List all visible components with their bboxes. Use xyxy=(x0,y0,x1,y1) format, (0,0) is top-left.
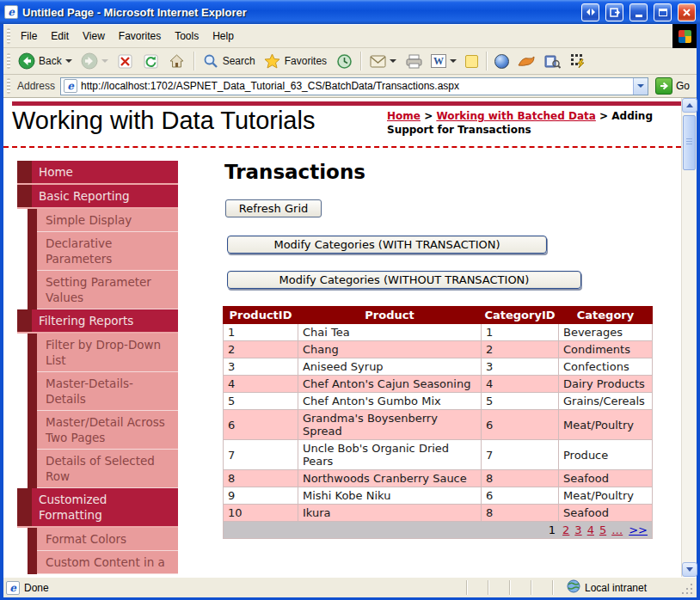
table-row: 8Northwoods Cranberry Sauce8Seafood xyxy=(224,470,653,487)
maximize-button[interactable] xyxy=(654,3,672,21)
chevron-down-icon xyxy=(637,84,644,88)
back-label: Back xyxy=(39,55,62,67)
menu-tools[interactable]: Tools xyxy=(168,28,206,45)
favorites-star-icon xyxy=(264,52,281,70)
menu-favorites[interactable]: Favorites xyxy=(112,28,168,45)
barcode-lightning-icon xyxy=(569,52,586,70)
table-cell: 1 xyxy=(224,324,298,341)
sidebar-item[interactable]: Details of Selected Row xyxy=(28,450,178,488)
close-button[interactable] xyxy=(678,3,696,21)
pager-next-link[interactable]: >> xyxy=(629,523,648,536)
nav-label: Details of Selected Row xyxy=(37,450,178,488)
refresh-grid-button[interactable]: Refresh Grid xyxy=(225,199,322,217)
home-button[interactable] xyxy=(164,51,190,71)
table-cell: Produce xyxy=(559,440,653,470)
stop-button[interactable] xyxy=(113,51,138,71)
table-cell: 6 xyxy=(482,410,559,440)
nav-accent-block xyxy=(28,271,37,309)
table-cell: 10 xyxy=(224,505,298,522)
address-dropdown-button[interactable] xyxy=(633,78,648,95)
nav-accent-block xyxy=(28,450,37,488)
scrollbar-thumb[interactable] xyxy=(683,115,696,170)
sidebar-item[interactable]: Filter by Drop-Down List xyxy=(28,334,178,372)
address-input[interactable]: e http://localhost:1702/ASPNET_Data_Tuto… xyxy=(60,77,648,95)
table-cell: 4 xyxy=(224,376,298,393)
ie-logo-icon: e xyxy=(4,5,18,19)
go-button[interactable]: Go xyxy=(655,77,690,95)
dual-arrow-icon xyxy=(586,8,596,16)
print-icon xyxy=(405,52,422,70)
back-button[interactable]: Back xyxy=(14,51,77,71)
research-button[interactable] xyxy=(539,51,565,71)
search-button[interactable]: Search xyxy=(198,51,260,71)
table-cell: 7 xyxy=(482,440,559,470)
sidebar-section-header[interactable]: Basic Reporting xyxy=(17,185,178,209)
table-row: 1Chai Tea1Beverages xyxy=(224,324,653,341)
pager-link[interactable]: 3 xyxy=(574,523,581,536)
menu-file[interactable]: File xyxy=(14,28,44,45)
modify-with-transaction-button[interactable]: Modify Categories (WITH TRANSACTION) xyxy=(227,236,547,254)
messenger-button[interactable] xyxy=(490,52,513,70)
table-row: 6Grandma's Boysenberry Spread6Meat/Poult… xyxy=(224,410,653,440)
addon-button[interactable] xyxy=(513,51,539,71)
pager-link[interactable]: 5 xyxy=(599,523,606,536)
fullscreen-toggle-button[interactable] xyxy=(581,3,599,21)
table-cell: Chef Anton's Gumbo Mix xyxy=(298,393,481,410)
toolbar-grip[interactable] xyxy=(7,53,10,69)
browser-window: e Untitled Page - Microsoft Internet Exp… xyxy=(0,0,700,600)
print-button[interactable] xyxy=(401,51,427,71)
pager-link[interactable]: … xyxy=(611,523,623,536)
sidebar-item[interactable]: Format Colors xyxy=(28,528,178,551)
sidebar-item[interactable]: Simple Display xyxy=(28,209,178,232)
minimize-button[interactable] xyxy=(629,3,648,21)
toolbar-separator xyxy=(486,52,487,70)
resize-grip[interactable] xyxy=(682,582,694,594)
nav-accent-block xyxy=(17,309,32,332)
site-title: Working with Data Tutorials xyxy=(12,107,315,135)
nav-accent-block xyxy=(17,488,32,526)
menu-help[interactable]: Help xyxy=(206,28,241,45)
popout-button[interactable] xyxy=(605,3,623,21)
favorites-button[interactable]: Favorites xyxy=(260,51,331,71)
address-url: http://localhost:1702/ASPNET_Data_Tutori… xyxy=(81,80,629,92)
tag-reader-button[interactable] xyxy=(565,51,591,71)
breadcrumb-separator: > xyxy=(599,110,608,122)
column-header-productid: ProductID xyxy=(224,307,298,324)
sidebar-item[interactable]: Declarative Parameters xyxy=(28,232,178,271)
modify-without-transaction-button[interactable]: Modify Categories (WITHOUT TRANSACTION) xyxy=(227,271,581,289)
menu-view[interactable]: View xyxy=(76,28,112,45)
sidebar-section-header[interactable]: Customized Formatting xyxy=(17,488,178,528)
sidebar-item[interactable]: Master-Details-Details xyxy=(28,372,178,411)
table-row: 4Chef Anton's Cajun Seasoning4Dairy Prod… xyxy=(224,376,653,393)
sidebar-item[interactable]: Master/Detail Across Two Pages xyxy=(28,411,178,450)
nav-label: Customized Formatting xyxy=(32,488,178,526)
toolbar-grip[interactable] xyxy=(7,28,10,44)
toolbar-grip[interactable] xyxy=(7,78,10,94)
mail-button[interactable] xyxy=(365,51,401,71)
sidebar-item[interactable]: Custom Content in a xyxy=(28,551,178,574)
pager-link[interactable]: 4 xyxy=(587,523,594,536)
scroll-up-button[interactable] xyxy=(682,98,697,113)
notes-button[interactable] xyxy=(461,53,482,70)
menu-edit[interactable]: Edit xyxy=(44,28,76,45)
throbber xyxy=(672,24,697,48)
favorites-label: Favorites xyxy=(285,55,327,67)
nav-label: Format Colors xyxy=(37,528,178,551)
edit-with-word-button[interactable]: W xyxy=(427,52,461,70)
history-button[interactable] xyxy=(331,51,357,71)
sidebar-section-header[interactable]: Home xyxy=(17,161,178,185)
sidebar-section-header[interactable]: Filtering Reports xyxy=(17,309,178,334)
vertical-scrollbar[interactable] xyxy=(681,98,697,577)
breadcrumb-link-home[interactable]: Home xyxy=(387,110,421,122)
refresh-icon xyxy=(143,52,160,70)
breadcrumb-link-section[interactable]: Working with Batched Data xyxy=(436,110,595,122)
forward-button[interactable] xyxy=(77,51,113,71)
refresh-button[interactable] xyxy=(138,51,164,71)
pager-link[interactable]: 2 xyxy=(562,523,569,536)
column-header-categoryid: CategoryID xyxy=(482,307,559,324)
breadcrumb: Home > Working with Batched Data > Addin… xyxy=(387,109,678,137)
search-label: Search xyxy=(223,55,255,67)
nav-accent-block xyxy=(28,334,37,372)
scroll-down-button[interactable] xyxy=(682,562,697,577)
sidebar-item[interactable]: Setting Parameter Values xyxy=(28,271,178,309)
